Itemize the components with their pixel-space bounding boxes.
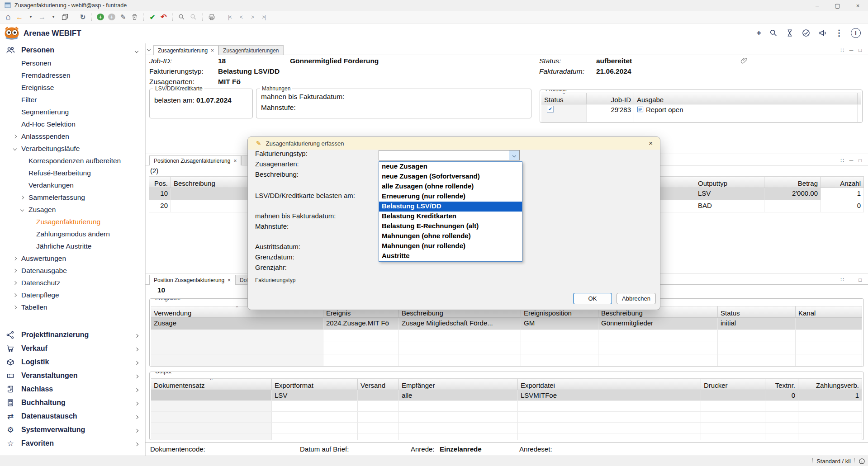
cell[interactable] <box>272 401 358 411</box>
edit-icon[interactable]: ✎ <box>119 13 127 22</box>
cell[interactable] <box>718 342 796 354</box>
sidebar-item-zahlungsmodus-ndern[interactable]: Zahlungsmodus ändern <box>0 228 145 240</box>
tab-zusagenfakturierungen[interactable]: Zusagenfakturierungen <box>218 45 283 55</box>
dropdown-option-belastung-lsv-dd[interactable]: Belastung LSV/DD <box>379 202 522 212</box>
user-avatar[interactable]: I <box>851 28 861 38</box>
cell-job-id[interactable]: 29'283 <box>587 104 634 115</box>
cell[interactable] <box>358 423 399 433</box>
cell[interactable]: 1 <box>798 390 862 400</box>
back-dropdown-icon[interactable]: ▾ <box>27 13 34 22</box>
cell-status[interactable]: ✔ <box>541 104 587 115</box>
confirm-icon[interactable]: ✔ <box>149 13 156 22</box>
refresh-icon[interactable]: ↻ <box>79 13 86 22</box>
cell[interactable] <box>272 412 358 422</box>
chevron-right-icon[interactable] <box>14 257 21 260</box>
table-empty-row[interactable] <box>151 433 862 440</box>
cell[interactable] <box>272 433 358 440</box>
forward-dropdown-icon[interactable]: ▾ <box>50 13 57 22</box>
last-record-icon[interactable]: >| <box>260 13 267 22</box>
tab-zusagenfakturierung[interactable]: Zusagenfakturierung × <box>153 45 218 55</box>
sidebar-item-zusagenfakturierung[interactable]: Zusagenfakturierung <box>0 216 145 228</box>
cell[interactable] <box>598 342 718 354</box>
column-header-textnr[interactable]: Textnr. <box>765 379 798 390</box>
cell[interactable] <box>765 412 798 422</box>
table-empty-row[interactable] <box>151 342 862 354</box>
cancel-button[interactable]: Abbrechen <box>617 293 656 304</box>
cell[interactable] <box>399 342 521 354</box>
column-header-status[interactable]: Status <box>541 93 587 104</box>
cell[interactable]: 10 <box>149 188 171 200</box>
cell[interactable] <box>798 401 862 411</box>
search-zoom-icon[interactable] <box>178 13 185 22</box>
cell[interactable]: BAD <box>695 200 764 212</box>
sidebar-item-j-hrliche-austritte[interactable]: Jährliche Austritte <box>0 240 145 252</box>
pane-dots-icon[interactable]: ∷ <box>840 277 844 283</box>
tab-positionen-zusagenfakturierung[interactable]: Positionen Zusagenfakturierung × <box>149 155 241 165</box>
sidebar-item-sammelerfassung[interactable]: Sammelerfassung <box>0 191 145 203</box>
cell[interactable] <box>598 330 718 342</box>
cell[interactable] <box>518 401 701 411</box>
undo-icon[interactable]: ↶ <box>160 13 167 22</box>
cell[interactable] <box>796 342 862 354</box>
cell[interactable] <box>399 412 518 422</box>
chevron-right-icon[interactable] <box>14 269 21 272</box>
sidebar-section-favoriten[interactable]: ☆Favoriten <box>0 437 145 450</box>
first-record-icon[interactable]: |< <box>226 13 233 22</box>
cell[interactable] <box>521 330 598 342</box>
cell[interactable] <box>598 354 718 366</box>
sidebar-section-personen[interactable]: Personen <box>0 43 145 57</box>
cell[interactable] <box>718 354 796 366</box>
cell[interactable]: Zusage Mitgliedschaft Förde... <box>399 318 521 329</box>
cell[interactable] <box>399 423 518 433</box>
sidebar-section-buchhaltung[interactable]: Buchhaltung <box>0 396 145 410</box>
cell[interactable]: 20 <box>149 200 171 212</box>
column-header-ausgabe[interactable]: Ausgabe <box>634 93 858 104</box>
cell[interactable]: LSV <box>272 390 358 400</box>
sidebar-item-tabellen[interactable]: Tabellen <box>0 301 145 313</box>
add-icon[interactable]: + <box>756 28 761 38</box>
chevron-right-icon[interactable] <box>21 196 28 199</box>
table-empty-row[interactable] <box>151 354 862 367</box>
sidebar-section-logistik[interactable]: Logistik <box>0 355 145 369</box>
back-icon[interactable]: ← <box>16 13 23 22</box>
dropdown-option-mahnungen-ohne-rollende[interactable]: Mahnungen (ohne rollende) <box>379 231 522 241</box>
cell[interactable] <box>151 433 272 440</box>
home-icon[interactable]: ⌂ <box>5 13 12 22</box>
cell[interactable] <box>798 412 862 422</box>
chevron-down-icon[interactable] <box>21 208 28 211</box>
cell[interactable] <box>151 342 323 354</box>
print-icon[interactable] <box>208 13 216 22</box>
dropdown-option-neue-zusagen[interactable]: neue Zusagen <box>379 162 522 172</box>
cell[interactable] <box>358 390 399 400</box>
fakturierungstyp-combobox[interactable] <box>379 150 520 160</box>
table-empty-row[interactable] <box>541 115 861 122</box>
megaphone-icon[interactable] <box>818 28 827 38</box>
cell[interactable] <box>358 412 399 422</box>
cell[interactable] <box>151 423 272 433</box>
cell[interactable]: 2024.Zusage.MIT Fö <box>323 318 399 329</box>
table-row[interactable]: LSValleLSVMITFoe01 <box>151 390 862 401</box>
dropdown-option-austritte[interactable]: Austritte <box>379 251 522 261</box>
tab-close-icon[interactable]: × <box>228 277 231 283</box>
sidebar-item-anlassspenden[interactable]: Anlassspenden <box>0 130 145 142</box>
pane-collapse-chevron[interactable] <box>147 44 150 52</box>
chevron-down-icon[interactable] <box>135 46 138 54</box>
ok-button[interactable]: OK <box>573 293 612 304</box>
dropdown-option-belastung-kreditkarten[interactable]: Belastung Kreditkarten <box>379 212 522 221</box>
cell[interactable] <box>541 115 587 122</box>
cell[interactable] <box>399 354 521 366</box>
sidebar-section-projektfinanzierung[interactable]: Projektfinanzierung <box>0 328 145 342</box>
cell[interactable] <box>358 433 399 440</box>
cell[interactable] <box>323 342 399 354</box>
column-header-outputtyp[interactable]: Outputtyp <box>695 177 764 188</box>
sidebar-item-zusagen[interactable]: Zusagen <box>0 203 145 216</box>
pane-dots-icon[interactable]: ∷ <box>840 47 844 53</box>
cell[interactable] <box>358 401 399 411</box>
pane-minimize-icon[interactable]: ─ <box>849 157 854 164</box>
cell-ausgabe[interactable]: Report open <box>634 104 858 115</box>
chevron-right-icon[interactable] <box>14 306 21 309</box>
combobox-dropdown-button[interactable] <box>509 151 519 160</box>
column-header-anzahl[interactable]: Anzahl <box>821 177 864 188</box>
column-header-exportdatei[interactable]: Exportdatei <box>518 379 701 390</box>
table-empty-row[interactable] <box>151 401 862 412</box>
